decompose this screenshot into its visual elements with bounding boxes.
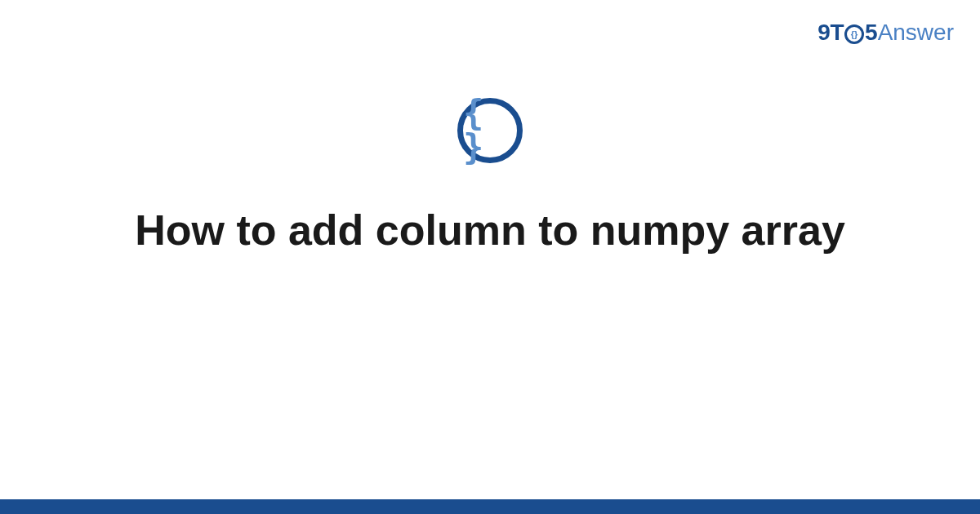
logo-o-icon: {} — [844, 24, 864, 44]
footer-accent-bar — [0, 499, 980, 514]
logo-text-answer: Answer — [878, 20, 954, 46]
logo-inner-braces: {} — [851, 30, 858, 39]
code-braces-icon: { } — [463, 96, 517, 165]
main-content: { } How to add column to numpy array — [0, 98, 980, 257]
logo-text-9t: 9T — [817, 20, 844, 46]
category-icon-circle: { } — [457, 98, 523, 163]
site-logo: 9T {} 5 Answer — [817, 20, 954, 46]
page-title: How to add column to numpy array — [135, 204, 845, 257]
logo-text-5: 5 — [865, 20, 878, 46]
